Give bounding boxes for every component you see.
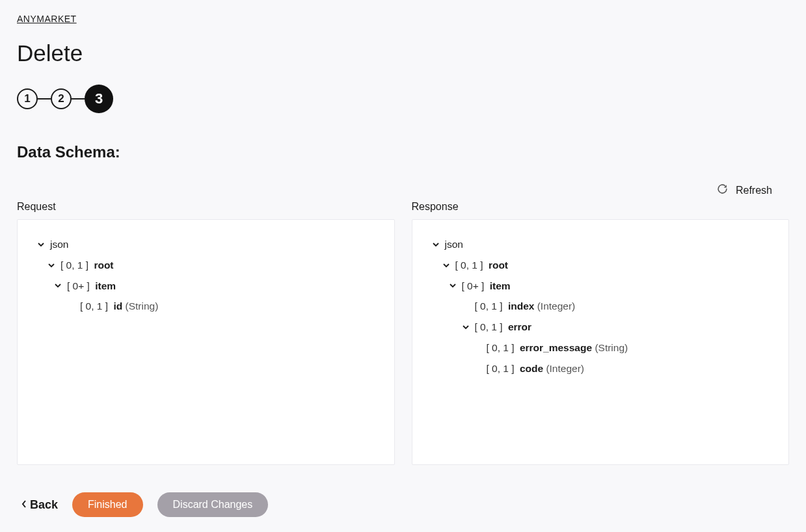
step-1[interactable]: 1 bbox=[17, 88, 38, 109]
tree-row: [ 0, 1 ] error bbox=[431, 317, 771, 338]
step-2[interactable]: 2 bbox=[51, 88, 72, 109]
tree-row: [ 0+ ] item bbox=[36, 276, 376, 297]
discard-button[interactable]: Discard Changes bbox=[157, 492, 269, 517]
step-connector bbox=[72, 98, 85, 100]
step-connector bbox=[38, 98, 51, 100]
tree-row: [ 0, 1 ] root bbox=[36, 255, 376, 276]
request-panel: json[ 0, 1 ] root[ 0+ ] item[ 0, 1 ] id … bbox=[17, 219, 395, 465]
chevron-left-icon bbox=[21, 498, 27, 512]
breadcrumb-link[interactable]: ANYMARKET bbox=[17, 14, 77, 24]
tree-node-label[interactable]: [ 0, 1 ] id (String) bbox=[80, 296, 158, 317]
tree-row: [ 0, 1 ] code (Integer) bbox=[431, 358, 771, 379]
chevron-down-icon[interactable] bbox=[448, 282, 458, 289]
back-button[interactable]: Back bbox=[21, 498, 58, 512]
chevron-down-icon[interactable] bbox=[431, 241, 441, 248]
tree-node-label[interactable]: [ 0, 1 ] index (Integer) bbox=[475, 296, 576, 317]
step-3[interactable]: 3 bbox=[85, 85, 113, 113]
refresh-button[interactable]: Refresh bbox=[717, 183, 772, 197]
refresh-label: Refresh bbox=[736, 185, 772, 196]
tree-node-label[interactable]: [ 0, 1 ] root bbox=[60, 255, 114, 276]
chevron-down-icon[interactable] bbox=[46, 261, 57, 269]
tree-row: [ 0+ ] item bbox=[431, 276, 771, 297]
tree-row: json bbox=[431, 234, 771, 255]
tree-row: json bbox=[36, 234, 376, 255]
chevron-down-icon[interactable] bbox=[461, 323, 471, 331]
chevron-down-icon[interactable] bbox=[36, 241, 46, 248]
tree-node-label[interactable]: [ 0, 1 ] code (Integer) bbox=[487, 358, 585, 379]
tree-node-label[interactable]: [ 0, 1 ] error_message (String) bbox=[487, 338, 628, 358]
chevron-down-icon[interactable] bbox=[53, 282, 63, 289]
tree-node-label[interactable]: [ 0, 1 ] root bbox=[455, 255, 509, 276]
tree-node-label[interactable]: [ 0+ ] item bbox=[462, 276, 511, 297]
tree-row: [ 0, 1 ] index (Integer) bbox=[431, 296, 771, 317]
tree-node-label[interactable]: json bbox=[445, 234, 463, 255]
finished-button[interactable]: Finished bbox=[72, 492, 142, 517]
request-panel-label: Request bbox=[17, 201, 395, 213]
response-panel: json[ 0, 1 ] root[ 0+ ] item[ 0, 1 ] ind… bbox=[412, 219, 790, 465]
response-panel-label: Response bbox=[412, 201, 790, 213]
tree-row: [ 0, 1 ] root bbox=[431, 255, 771, 276]
tree-node-label[interactable]: [ 0+ ] item bbox=[67, 276, 116, 297]
page-title: Delete bbox=[17, 40, 789, 66]
back-label: Back bbox=[30, 498, 58, 512]
refresh-icon bbox=[717, 183, 728, 197]
tree-row: [ 0, 1 ] id (String) bbox=[36, 296, 376, 317]
tree-node-label[interactable]: json bbox=[50, 234, 68, 255]
tree-row: [ 0, 1 ] error_message (String) bbox=[431, 338, 771, 358]
section-title: Data Schema: bbox=[17, 143, 789, 161]
chevron-down-icon[interactable] bbox=[441, 261, 451, 269]
tree-node-label[interactable]: [ 0, 1 ] error bbox=[475, 317, 532, 338]
stepper: 123 bbox=[17, 85, 789, 113]
